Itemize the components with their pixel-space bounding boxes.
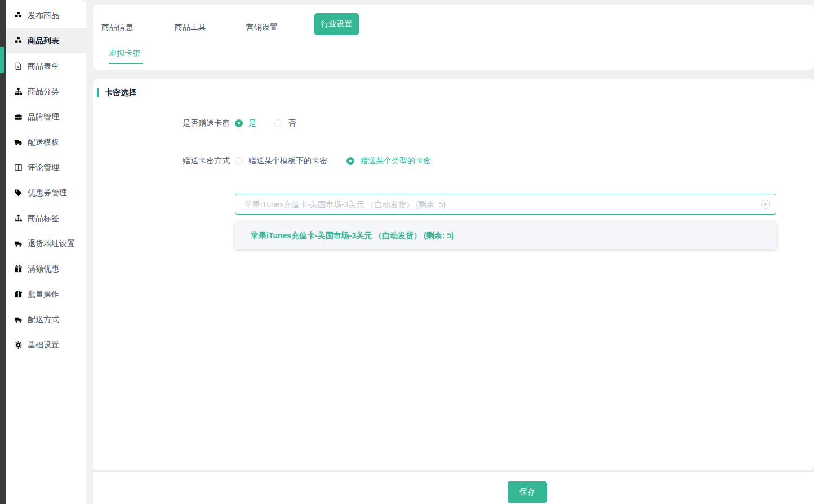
save-button[interactable]: 保存 [508,481,547,503]
section-header: 卡密选择 [97,88,136,98]
radio-label: 赠送某个类型的卡密 [360,156,431,166]
sidebar-item-product-category[interactable]: 商品分类 [6,79,86,104]
truck-icon [14,315,23,324]
section-title: 卡密选择 [105,88,136,98]
form-row-gift-card: 是否赠送卡密 是 否 [93,118,814,128]
tab-product-info[interactable]: 商品信息 [101,20,133,34]
tab-marketing-settings[interactable]: 营销设置 [246,20,278,34]
radio-label: 是 [248,118,256,128]
sidebar-item-label: 商品表单 [28,61,59,72]
sidebar-item-review-management[interactable]: 评论管理 [6,155,86,180]
radio-gift-no[interactable]: 否 [274,118,296,128]
field-label: 赠送卡密方式 [93,156,230,166]
sidebar-item-coupon-management[interactable]: 优惠券管理 [6,180,86,206]
sidebar-item-label: 配送模板 [28,137,59,148]
sidebar-item-delivery-method[interactable]: 配送方式 [6,307,86,332]
tab-bar-card: 商品信息 商品工具 营销设置 行业设置 虚拟卡密 [93,5,814,70]
field-label: 是否赠送卡密 [93,118,230,128]
gift-icon [14,265,23,273]
sidebar-item-publish-product[interactable]: 发布商品 [6,3,86,28]
radio-selected-icon[interactable] [346,157,354,165]
sidebar-item-product-list[interactable]: 商品列表 [6,28,86,53]
sidebar-item-brand-management[interactable]: 品牌管理 [6,104,86,130]
sidebar-item-label: 基础设置 [28,340,59,350]
select-dropdown-panel: 苹果iTunes充值卡-美国市场-3美元 （自动发货） (剩余: 5) [235,222,776,249]
dropdown-option[interactable]: 苹果iTunes充值卡-美国市场-3美元 （自动发货） (剩余: 5) [235,222,776,249]
left-dark-rail [0,0,6,504]
radio-selected-icon[interactable] [235,119,243,127]
sidebar-item-label: 商品标签 [28,213,59,224]
sidebar-scrollbar-thumb[interactable] [0,47,4,73]
sidebar-item-label: 商品分类 [28,87,59,97]
tab-product-tools[interactable]: 商品工具 [175,20,206,34]
gift-icon [14,290,23,298]
cubes-icon [14,11,23,20]
sidebar-item-product-tags[interactable]: 商品标签 [6,206,86,231]
sidebar-item-full-discount[interactable]: 满额优惠 [6,256,86,282]
columns-icon [14,163,23,172]
gear-icon [14,341,23,349]
radio-label: 赠送某个模板下的卡密 [248,156,327,166]
sidebar-item-label: 优惠券管理 [28,188,67,198]
radio-method-type[interactable]: 赠送某个类型的卡密 [346,156,431,166]
card-type-select-input[interactable] [235,194,761,214]
sidebar-item-label: 商品列表 [28,36,59,46]
radio-gift-yes[interactable]: 是 [235,118,256,128]
sidebar-item-return-address[interactable]: 退货地址设置 [6,231,86,256]
circle-x-icon[interactable]: ✕ [761,200,770,209]
truck-icon [14,138,23,146]
tag-icon [14,189,23,197]
sidebar-item-label: 评论管理 [28,163,59,173]
card-type-select[interactable]: ✕ [235,194,776,215]
subtab-label: 虚拟卡密 [109,48,140,57]
cubes-icon [14,37,23,45]
section-accent-bar [97,88,99,97]
briefcase-icon [14,113,23,121]
sidebar-item-product-form[interactable]: 商品表单 [6,53,86,79]
tab-industry-settings[interactable]: 行业设置 [314,13,359,35]
radio-method-template[interactable]: 赠送某个模板下的卡密 [235,156,327,166]
sidebar-item-delivery-template[interactable]: 配送模板 [6,130,86,155]
sitemap-icon [14,87,23,96]
subtab-virtual-card[interactable]: 虚拟卡密 [109,48,140,64]
sidebar-item-basic-settings[interactable]: 基础设置 [6,332,86,358]
tab-label: 行业设置 [321,19,353,29]
footer-bar: 保存 [93,472,814,504]
form-row-gift-method: 赠送卡密方式 赠送某个模板下的卡密 赠送某个类型的卡密 [93,156,814,166]
sidebar-item-label: 配送方式 [28,315,59,325]
sitemap-icon [14,214,23,222]
sidebar-item-label: 批量操作 [28,289,59,300]
content-card: 卡密选择 是否赠送卡密 是 否 赠送卡密方式 赠送某个模板下的卡密 赠送某个类型… [93,79,814,470]
radio-unselected-icon[interactable] [235,157,243,165]
active-tab-underline [109,63,143,64]
sidebar-item-label: 品牌管理 [28,112,59,122]
sidebar-item-batch-operation[interactable]: 批量操作 [6,282,86,307]
sidebar: 发布商品 商品列表 商品表单 商品分类 品牌管理 配送模板 评论管理 优惠券管理… [6,0,86,504]
radio-unselected-icon[interactable] [274,119,282,127]
sidebar-item-label: 发布商品 [28,11,59,21]
sidebar-item-label: 退货地址设置 [28,239,75,249]
file-form-icon [14,62,23,70]
truck-icon [14,239,23,248]
radio-label: 否 [288,118,296,128]
sidebar-item-label: 满额优惠 [28,264,59,274]
